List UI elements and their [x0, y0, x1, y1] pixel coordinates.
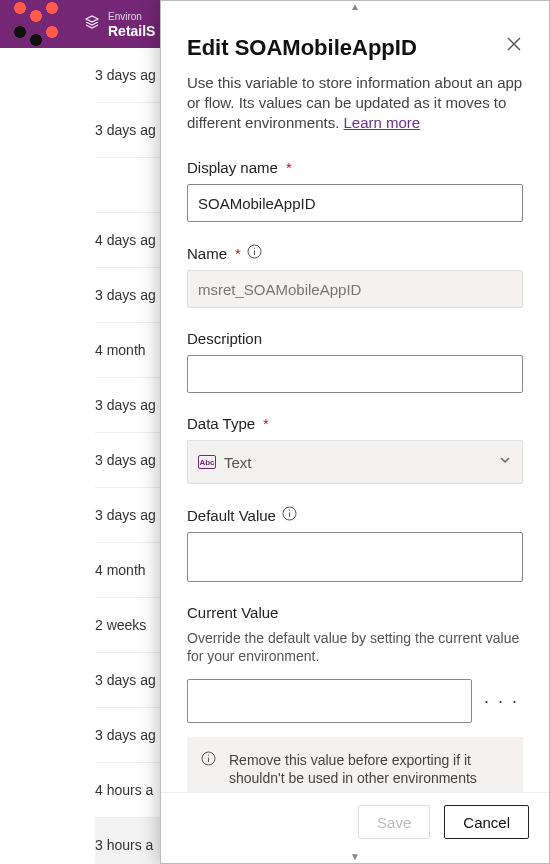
description-input[interactable]: [187, 355, 523, 393]
description-label: Description: [187, 330, 262, 347]
field-current-value: Current Value Override the default value…: [187, 604, 523, 792]
field-description: Description: [187, 330, 523, 393]
info-icon: [201, 751, 216, 770]
name-input: [187, 270, 523, 308]
panel-footer: Save Cancel: [161, 792, 549, 851]
field-name: Name*: [187, 244, 523, 308]
learn-more-link[interactable]: Learn more: [343, 114, 420, 131]
close-icon[interactable]: [505, 35, 523, 57]
default-value-label: Default Value: [187, 507, 276, 524]
svg-point-10: [208, 755, 209, 756]
environment-name: RetailS: [108, 24, 155, 38]
current-value-input[interactable]: [187, 679, 472, 723]
current-value-label: Current Value: [187, 604, 278, 621]
environment-label-block: Environ RetailS: [108, 10, 155, 38]
field-data-type: Data Type* Abc Text: [187, 415, 523, 484]
panel-description: Use this variable to store information a…: [187, 73, 523, 133]
environment-small-label: Environ: [108, 10, 155, 24]
svg-point-4: [254, 248, 255, 249]
required-indicator: *: [263, 415, 269, 432]
data-type-label: Data Type: [187, 415, 255, 432]
edit-variable-panel: ▲ Edit SOAMobileAppID Use this variable …: [160, 0, 550, 864]
text-type-icon: Abc: [198, 455, 216, 469]
environment-icon: [84, 14, 100, 34]
panel-scroll-area[interactable]: Edit SOAMobileAppID Use this variable to…: [161, 13, 549, 792]
display-name-label: Display name: [187, 159, 278, 176]
export-notice: Remove this value before exporting if it…: [187, 737, 523, 792]
display-name-input[interactable]: [187, 184, 523, 222]
more-options-icon[interactable]: · · ·: [480, 691, 523, 712]
current-value-description: Override the default value by setting th…: [187, 629, 523, 665]
info-icon[interactable]: [282, 506, 297, 524]
panel-title: Edit SOAMobileAppID: [187, 35, 417, 61]
field-default-value: Default Value: [187, 506, 523, 582]
save-button: Save: [358, 805, 430, 839]
required-indicator: *: [235, 245, 241, 262]
app-root: Environ RetailS 3 days ag 3 days ag 4 da…: [0, 0, 550, 864]
info-icon[interactable]: [247, 244, 262, 262]
data-type-value: Text: [224, 454, 252, 471]
field-display-name: Display name*: [187, 159, 523, 222]
cancel-button[interactable]: Cancel: [444, 805, 529, 839]
svg-point-7: [289, 510, 290, 511]
required-indicator: *: [286, 159, 292, 176]
scroll-down-arrow[interactable]: ▼: [161, 851, 549, 863]
app-logo-pattern: [12, 0, 72, 48]
data-type-select[interactable]: Abc Text: [187, 440, 523, 484]
name-label: Name: [187, 245, 227, 262]
default-value-input[interactable]: [187, 532, 523, 582]
chevron-down-icon: [498, 453, 512, 471]
scroll-up-arrow[interactable]: ▲: [161, 1, 549, 13]
export-notice-text: Remove this value before exporting if it…: [229, 752, 477, 786]
